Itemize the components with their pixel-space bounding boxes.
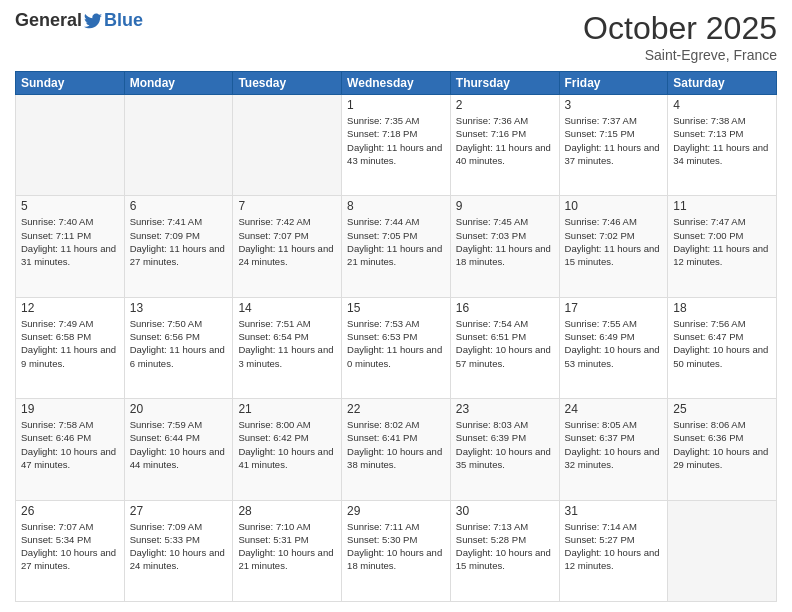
calendar-cell: 4Sunrise: 7:38 AMSunset: 7:13 PMDaylight…: [668, 95, 777, 196]
cell-text: Sunrise: 7:36 AMSunset: 7:16 PMDaylight:…: [456, 114, 554, 167]
day-number: 1: [347, 98, 445, 112]
cell-text: Sunrise: 7:42 AMSunset: 7:07 PMDaylight:…: [238, 215, 336, 268]
title-block: October 2025 Saint-Egreve, France: [583, 10, 777, 63]
calendar-cell: 1Sunrise: 7:35 AMSunset: 7:18 PMDaylight…: [342, 95, 451, 196]
cell-text: Sunrise: 7:40 AMSunset: 7:11 PMDaylight:…: [21, 215, 119, 268]
cell-text: Sunrise: 7:56 AMSunset: 6:47 PMDaylight:…: [673, 317, 771, 370]
day-number: 28: [238, 504, 336, 518]
calendar-cell: 24Sunrise: 8:05 AMSunset: 6:37 PMDayligh…: [559, 399, 668, 500]
calendar-table: SundayMondayTuesdayWednesdayThursdayFrid…: [15, 71, 777, 602]
calendar-cell: 16Sunrise: 7:54 AMSunset: 6:51 PMDayligh…: [450, 297, 559, 398]
cell-text: Sunrise: 8:05 AMSunset: 6:37 PMDaylight:…: [565, 418, 663, 471]
calendar-cell: 17Sunrise: 7:55 AMSunset: 6:49 PMDayligh…: [559, 297, 668, 398]
day-number: 6: [130, 199, 228, 213]
day-number: 8: [347, 199, 445, 213]
calendar-cell: 15Sunrise: 7:53 AMSunset: 6:53 PMDayligh…: [342, 297, 451, 398]
calendar-cell: [233, 95, 342, 196]
day-number: 18: [673, 301, 771, 315]
cell-text: Sunrise: 8:00 AMSunset: 6:42 PMDaylight:…: [238, 418, 336, 471]
cell-text: Sunrise: 7:37 AMSunset: 7:15 PMDaylight:…: [565, 114, 663, 167]
logo: General Blue: [15, 10, 143, 31]
day-number: 16: [456, 301, 554, 315]
cell-text: Sunrise: 7:51 AMSunset: 6:54 PMDaylight:…: [238, 317, 336, 370]
day-number: 25: [673, 402, 771, 416]
month-title: October 2025: [583, 10, 777, 47]
calendar-cell: 9Sunrise: 7:45 AMSunset: 7:03 PMDaylight…: [450, 196, 559, 297]
calendar-cell: 19Sunrise: 7:58 AMSunset: 6:46 PMDayligh…: [16, 399, 125, 500]
cell-text: Sunrise: 7:45 AMSunset: 7:03 PMDaylight:…: [456, 215, 554, 268]
day-number: 21: [238, 402, 336, 416]
day-number: 19: [21, 402, 119, 416]
col-header-tuesday: Tuesday: [233, 72, 342, 95]
calendar-cell: 11Sunrise: 7:47 AMSunset: 7:00 PMDayligh…: [668, 196, 777, 297]
location: Saint-Egreve, France: [583, 47, 777, 63]
cell-text: Sunrise: 7:55 AMSunset: 6:49 PMDaylight:…: [565, 317, 663, 370]
day-number: 23: [456, 402, 554, 416]
cell-text: Sunrise: 7:44 AMSunset: 7:05 PMDaylight:…: [347, 215, 445, 268]
cell-text: Sunrise: 7:13 AMSunset: 5:28 PMDaylight:…: [456, 520, 554, 573]
day-number: 22: [347, 402, 445, 416]
col-header-wednesday: Wednesday: [342, 72, 451, 95]
col-header-sunday: Sunday: [16, 72, 125, 95]
day-number: 17: [565, 301, 663, 315]
cell-text: Sunrise: 7:49 AMSunset: 6:58 PMDaylight:…: [21, 317, 119, 370]
col-header-friday: Friday: [559, 72, 668, 95]
header: General Blue October 2025 Saint-Egreve, …: [15, 10, 777, 63]
calendar-cell: 3Sunrise: 7:37 AMSunset: 7:15 PMDaylight…: [559, 95, 668, 196]
day-number: 24: [565, 402, 663, 416]
day-number: 14: [238, 301, 336, 315]
calendar-cell: 27Sunrise: 7:09 AMSunset: 5:33 PMDayligh…: [124, 500, 233, 601]
cell-text: Sunrise: 7:10 AMSunset: 5:31 PMDaylight:…: [238, 520, 336, 573]
calendar-cell: 21Sunrise: 8:00 AMSunset: 6:42 PMDayligh…: [233, 399, 342, 500]
cell-text: Sunrise: 7:35 AMSunset: 7:18 PMDaylight:…: [347, 114, 445, 167]
calendar-cell: 7Sunrise: 7:42 AMSunset: 7:07 PMDaylight…: [233, 196, 342, 297]
cell-text: Sunrise: 7:58 AMSunset: 6:46 PMDaylight:…: [21, 418, 119, 471]
calendar-cell: 20Sunrise: 7:59 AMSunset: 6:44 PMDayligh…: [124, 399, 233, 500]
day-number: 30: [456, 504, 554, 518]
calendar-cell: 6Sunrise: 7:41 AMSunset: 7:09 PMDaylight…: [124, 196, 233, 297]
logo-general: General: [15, 10, 82, 31]
logo-blue: Blue: [104, 10, 143, 31]
col-header-monday: Monday: [124, 72, 233, 95]
cell-text: Sunrise: 7:59 AMSunset: 6:44 PMDaylight:…: [130, 418, 228, 471]
cell-text: Sunrise: 7:46 AMSunset: 7:02 PMDaylight:…: [565, 215, 663, 268]
week-row-5: 26Sunrise: 7:07 AMSunset: 5:34 PMDayligh…: [16, 500, 777, 601]
logo-bird-icon: [84, 11, 104, 31]
calendar-cell: 30Sunrise: 7:13 AMSunset: 5:28 PMDayligh…: [450, 500, 559, 601]
calendar-cell: 12Sunrise: 7:49 AMSunset: 6:58 PMDayligh…: [16, 297, 125, 398]
cell-text: Sunrise: 7:11 AMSunset: 5:30 PMDaylight:…: [347, 520, 445, 573]
cell-text: Sunrise: 7:50 AMSunset: 6:56 PMDaylight:…: [130, 317, 228, 370]
calendar-cell: 8Sunrise: 7:44 AMSunset: 7:05 PMDaylight…: [342, 196, 451, 297]
calendar-cell: [16, 95, 125, 196]
day-number: 4: [673, 98, 771, 112]
cell-text: Sunrise: 7:07 AMSunset: 5:34 PMDaylight:…: [21, 520, 119, 573]
cell-text: Sunrise: 8:06 AMSunset: 6:36 PMDaylight:…: [673, 418, 771, 471]
calendar-cell: [124, 95, 233, 196]
calendar-cell: 5Sunrise: 7:40 AMSunset: 7:11 PMDaylight…: [16, 196, 125, 297]
page: General Blue October 2025 Saint-Egreve, …: [0, 0, 792, 612]
day-number: 2: [456, 98, 554, 112]
cell-text: Sunrise: 8:02 AMSunset: 6:41 PMDaylight:…: [347, 418, 445, 471]
day-number: 3: [565, 98, 663, 112]
day-number: 12: [21, 301, 119, 315]
cell-text: Sunrise: 7:09 AMSunset: 5:33 PMDaylight:…: [130, 520, 228, 573]
calendar-cell: 25Sunrise: 8:06 AMSunset: 6:36 PMDayligh…: [668, 399, 777, 500]
day-number: 11: [673, 199, 771, 213]
week-row-2: 5Sunrise: 7:40 AMSunset: 7:11 PMDaylight…: [16, 196, 777, 297]
cell-text: Sunrise: 7:54 AMSunset: 6:51 PMDaylight:…: [456, 317, 554, 370]
cell-text: Sunrise: 7:53 AMSunset: 6:53 PMDaylight:…: [347, 317, 445, 370]
day-number: 15: [347, 301, 445, 315]
cell-text: Sunrise: 8:03 AMSunset: 6:39 PMDaylight:…: [456, 418, 554, 471]
day-number: 10: [565, 199, 663, 213]
day-number: 29: [347, 504, 445, 518]
cell-text: Sunrise: 7:14 AMSunset: 5:27 PMDaylight:…: [565, 520, 663, 573]
calendar-cell: 29Sunrise: 7:11 AMSunset: 5:30 PMDayligh…: [342, 500, 451, 601]
header-row: SundayMondayTuesdayWednesdayThursdayFrid…: [16, 72, 777, 95]
day-number: 5: [21, 199, 119, 213]
day-number: 20: [130, 402, 228, 416]
cell-text: Sunrise: 7:38 AMSunset: 7:13 PMDaylight:…: [673, 114, 771, 167]
week-row-3: 12Sunrise: 7:49 AMSunset: 6:58 PMDayligh…: [16, 297, 777, 398]
calendar-cell: 18Sunrise: 7:56 AMSunset: 6:47 PMDayligh…: [668, 297, 777, 398]
calendar-cell: 23Sunrise: 8:03 AMSunset: 6:39 PMDayligh…: [450, 399, 559, 500]
calendar-cell: 10Sunrise: 7:46 AMSunset: 7:02 PMDayligh…: [559, 196, 668, 297]
